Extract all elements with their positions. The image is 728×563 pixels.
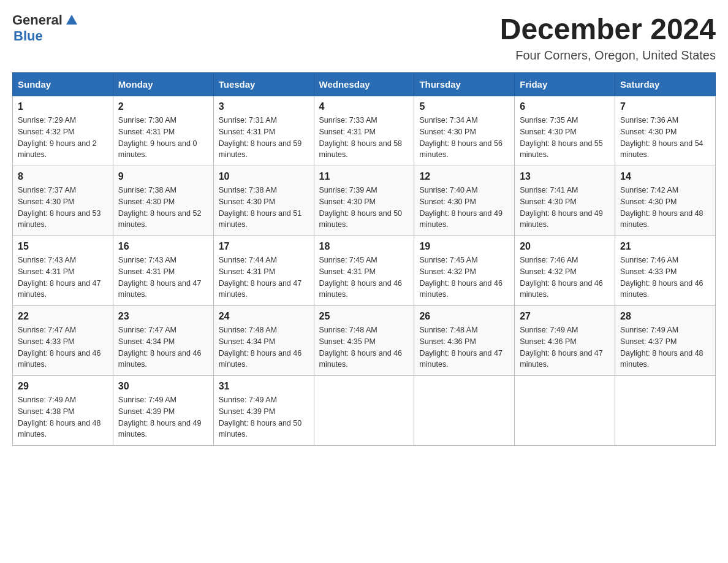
col-header-sunday: Sunday <box>13 73 113 96</box>
calendar-cell: 20Sunrise: 7:46 AMSunset: 4:32 PMDayligh… <box>515 236 615 306</box>
calendar-cell: 30Sunrise: 7:49 AMSunset: 4:39 PMDayligh… <box>113 376 213 446</box>
calendar-cell: 16Sunrise: 7:43 AMSunset: 4:31 PMDayligh… <box>113 236 213 306</box>
day-number: 2 <box>118 101 208 112</box>
calendar-cell: 8Sunrise: 7:37 AMSunset: 4:30 PMDaylight… <box>13 166 113 236</box>
day-info: Sunrise: 7:36 AMSunset: 4:30 PMDaylight:… <box>620 115 710 161</box>
logo-general: General <box>12 12 63 28</box>
day-number: 12 <box>419 171 509 182</box>
day-info: Sunrise: 7:48 AMSunset: 4:35 PMDaylight:… <box>319 324 409 370</box>
day-number: 16 <box>118 241 208 252</box>
calendar-cell: 23Sunrise: 7:47 AMSunset: 4:34 PMDayligh… <box>113 306 213 376</box>
day-info: Sunrise: 7:47 AMSunset: 4:33 PMDaylight:… <box>18 324 108 370</box>
calendar-cell: 7Sunrise: 7:36 AMSunset: 4:30 PMDaylight… <box>615 96 716 166</box>
day-number: 21 <box>620 241 710 252</box>
day-info: Sunrise: 7:34 AMSunset: 4:30 PMDaylight:… <box>419 115 509 161</box>
day-info: Sunrise: 7:49 AMSunset: 4:39 PMDaylight:… <box>118 394 208 440</box>
calendar-cell: 3Sunrise: 7:31 AMSunset: 4:31 PMDaylight… <box>213 96 314 166</box>
location-subtitle: Four Corners, Oregon, United States <box>500 48 716 63</box>
day-info: Sunrise: 7:45 AMSunset: 4:31 PMDaylight:… <box>319 255 409 301</box>
calendar-cell: 21Sunrise: 7:46 AMSunset: 4:33 PMDayligh… <box>615 236 716 306</box>
day-info: Sunrise: 7:48 AMSunset: 4:34 PMDaylight:… <box>219 324 309 370</box>
day-info: Sunrise: 7:41 AMSunset: 4:30 PMDaylight:… <box>520 185 610 231</box>
day-number: 8 <box>18 171 108 182</box>
calendar-cell: 18Sunrise: 7:45 AMSunset: 4:31 PMDayligh… <box>314 236 414 306</box>
day-number: 20 <box>520 241 610 252</box>
day-number: 30 <box>118 381 208 392</box>
calendar-cell <box>314 376 414 446</box>
calendar-week-row: 29Sunrise: 7:49 AMSunset: 4:38 PMDayligh… <box>13 376 716 446</box>
day-number: 4 <box>319 101 409 112</box>
day-number: 13 <box>520 171 610 182</box>
day-number: 24 <box>219 311 309 322</box>
day-number: 25 <box>319 311 409 322</box>
day-info: Sunrise: 7:42 AMSunset: 4:30 PMDaylight:… <box>620 185 710 231</box>
day-info: Sunrise: 7:46 AMSunset: 4:33 PMDaylight:… <box>620 255 710 301</box>
col-header-thursday: Thursday <box>414 73 515 96</box>
month-title: December 2024 <box>500 12 716 46</box>
calendar-cell: 11Sunrise: 7:39 AMSunset: 4:30 PMDayligh… <box>314 166 414 236</box>
day-number: 17 <box>219 241 309 252</box>
calendar-cell <box>515 376 615 446</box>
day-info: Sunrise: 7:33 AMSunset: 4:31 PMDaylight:… <box>319 115 409 161</box>
day-number: 22 <box>18 311 108 322</box>
day-info: Sunrise: 7:49 AMSunset: 4:39 PMDaylight:… <box>219 394 309 440</box>
day-info: Sunrise: 7:43 AMSunset: 4:31 PMDaylight:… <box>118 255 208 301</box>
calendar-cell: 15Sunrise: 7:43 AMSunset: 4:31 PMDayligh… <box>13 236 113 306</box>
day-info: Sunrise: 7:47 AMSunset: 4:34 PMDaylight:… <box>118 324 208 370</box>
logo-blue: Blue <box>13 28 43 44</box>
day-info: Sunrise: 7:38 AMSunset: 4:30 PMDaylight:… <box>219 185 309 231</box>
logo-triangle-icon <box>65 13 78 26</box>
day-number: 3 <box>219 101 309 112</box>
day-info: Sunrise: 7:46 AMSunset: 4:32 PMDaylight:… <box>520 255 610 301</box>
svg-marker-0 <box>66 15 77 25</box>
day-number: 26 <box>419 311 509 322</box>
logo: General Blue <box>12 12 78 44</box>
calendar-cell: 5Sunrise: 7:34 AMSunset: 4:30 PMDaylight… <box>414 96 515 166</box>
day-number: 19 <box>419 241 509 252</box>
calendar-week-row: 8Sunrise: 7:37 AMSunset: 4:30 PMDaylight… <box>13 166 716 236</box>
day-number: 5 <box>419 101 509 112</box>
calendar-cell: 17Sunrise: 7:44 AMSunset: 4:31 PMDayligh… <box>213 236 314 306</box>
day-number: 31 <box>219 381 309 392</box>
day-info: Sunrise: 7:49 AMSunset: 4:36 PMDaylight:… <box>520 324 610 370</box>
calendar-cell: 26Sunrise: 7:48 AMSunset: 4:36 PMDayligh… <box>414 306 515 376</box>
day-info: Sunrise: 7:44 AMSunset: 4:31 PMDaylight:… <box>219 255 309 301</box>
col-header-friday: Friday <box>515 73 615 96</box>
calendar-cell: 9Sunrise: 7:38 AMSunset: 4:30 PMDaylight… <box>113 166 213 236</box>
day-info: Sunrise: 7:49 AMSunset: 4:38 PMDaylight:… <box>18 394 108 440</box>
calendar-table: SundayMondayTuesdayWednesdayThursdayFrid… <box>12 72 716 446</box>
day-info: Sunrise: 7:38 AMSunset: 4:30 PMDaylight:… <box>118 185 208 231</box>
col-header-wednesday: Wednesday <box>314 73 414 96</box>
calendar-cell: 13Sunrise: 7:41 AMSunset: 4:30 PMDayligh… <box>515 166 615 236</box>
calendar-cell: 19Sunrise: 7:45 AMSunset: 4:32 PMDayligh… <box>414 236 515 306</box>
col-header-saturday: Saturday <box>615 73 716 96</box>
day-number: 14 <box>620 171 710 182</box>
day-number: 11 <box>319 171 409 182</box>
calendar-week-row: 1Sunrise: 7:29 AMSunset: 4:32 PMDaylight… <box>13 96 716 166</box>
calendar-cell: 12Sunrise: 7:40 AMSunset: 4:30 PMDayligh… <box>414 166 515 236</box>
day-number: 15 <box>18 241 108 252</box>
day-number: 7 <box>620 101 710 112</box>
calendar-cell: 27Sunrise: 7:49 AMSunset: 4:36 PMDayligh… <box>515 306 615 376</box>
col-header-tuesday: Tuesday <box>213 73 314 96</box>
day-info: Sunrise: 7:39 AMSunset: 4:30 PMDaylight:… <box>319 185 409 231</box>
day-number: 6 <box>520 101 610 112</box>
day-number: 9 <box>118 171 208 182</box>
day-info: Sunrise: 7:29 AMSunset: 4:32 PMDaylight:… <box>18 115 108 161</box>
day-info: Sunrise: 7:37 AMSunset: 4:30 PMDaylight:… <box>18 185 108 231</box>
day-number: 10 <box>219 171 309 182</box>
day-info: Sunrise: 7:48 AMSunset: 4:36 PMDaylight:… <box>419 324 509 370</box>
day-number: 29 <box>18 381 108 392</box>
calendar-cell: 24Sunrise: 7:48 AMSunset: 4:34 PMDayligh… <box>213 306 314 376</box>
calendar-week-row: 22Sunrise: 7:47 AMSunset: 4:33 PMDayligh… <box>13 306 716 376</box>
day-number: 1 <box>18 101 108 112</box>
day-info: Sunrise: 7:40 AMSunset: 4:30 PMDaylight:… <box>419 185 509 231</box>
calendar-cell: 4Sunrise: 7:33 AMSunset: 4:31 PMDaylight… <box>314 96 414 166</box>
day-info: Sunrise: 7:31 AMSunset: 4:31 PMDaylight:… <box>219 115 309 161</box>
calendar-header-row: SundayMondayTuesdayWednesdayThursdayFrid… <box>13 73 716 96</box>
calendar-cell: 6Sunrise: 7:35 AMSunset: 4:30 PMDaylight… <box>515 96 615 166</box>
day-number: 28 <box>620 311 710 322</box>
day-info: Sunrise: 7:49 AMSunset: 4:37 PMDaylight:… <box>620 324 710 370</box>
day-number: 27 <box>520 311 610 322</box>
day-info: Sunrise: 7:43 AMSunset: 4:31 PMDaylight:… <box>18 255 108 301</box>
